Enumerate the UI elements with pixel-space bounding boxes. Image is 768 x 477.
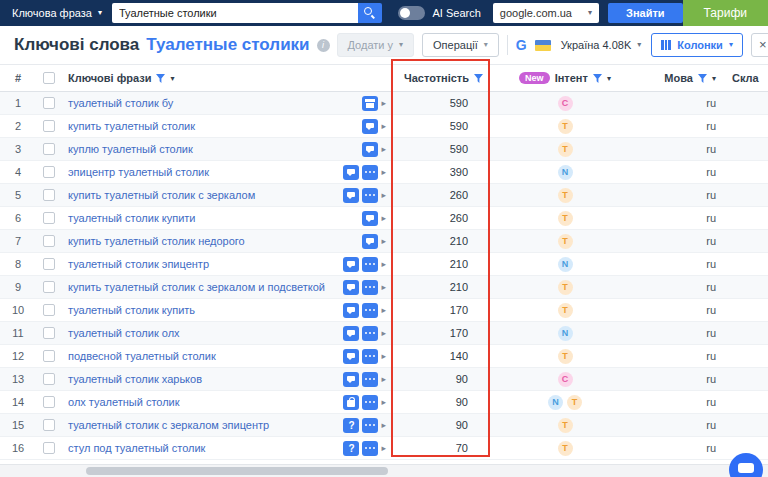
chevron-right-icon[interactable]: ▸ — [381, 420, 386, 430]
table-row[interactable]: 9 купить туалетный столик с зеркалом и п… — [0, 276, 768, 299]
chevron-right-icon[interactable]: ▸ — [381, 443, 386, 453]
chat-icon[interactable] — [362, 142, 378, 157]
table-row[interactable]: 1 туалетный столик бу ▸ 590 C ru — [0, 92, 768, 115]
chat-icon[interactable] — [343, 165, 359, 180]
more-icon[interactable] — [362, 418, 378, 433]
header-phrases[interactable]: Ключові фрази ▾ — [62, 72, 330, 84]
chat-icon[interactable] — [343, 372, 359, 387]
table-row[interactable]: 10 туалетный столик купить ▸ 170 T ru — [0, 299, 768, 322]
chat-icon[interactable] — [343, 188, 359, 203]
chat-icon[interactable] — [362, 234, 378, 249]
chevron-right-icon[interactable]: ▸ — [381, 282, 386, 292]
columns-button[interactable]: Колонки ▾ — [651, 33, 743, 57]
chevron-right-icon[interactable]: ▸ — [381, 305, 386, 315]
row-checkbox[interactable] — [43, 350, 55, 362]
keyword-link[interactable]: купить туалетный столик с зеркалом и под… — [68, 281, 325, 293]
row-checkbox[interactable] — [43, 143, 55, 155]
add-to-button[interactable]: Додати у ▾ — [337, 33, 415, 57]
keyword-link[interactable]: туалетный столик купити — [68, 212, 196, 224]
keyword-link[interactable]: купить туалетный столик с зеркалом — [68, 189, 255, 201]
chevron-down-icon[interactable]: ▾ — [170, 74, 174, 83]
chevron-right-icon[interactable]: ▸ — [381, 190, 386, 200]
table-row[interactable]: 4 эпицентр туалетный столик ▸ 390 N ru — [0, 161, 768, 184]
chevron-right-icon[interactable]: ▸ — [381, 328, 386, 338]
chevron-right-icon[interactable]: ▸ — [381, 121, 386, 131]
table-row[interactable]: 8 туалетный столик эпицентр ▸ 210 N ru — [0, 253, 768, 276]
filter-icon[interactable] — [593, 74, 602, 83]
keyword-link[interactable]: эпицентр туалетный столик — [68, 166, 209, 178]
more-icon[interactable] — [362, 303, 378, 318]
header-frequency[interactable]: Частотність ↓ — [392, 72, 490, 84]
search-engine-dropdown[interactable]: google.com.ua ▾ — [493, 3, 599, 23]
keyword-link[interactable]: туалетный столик харьков — [68, 373, 202, 385]
chevron-down-icon[interactable]: ▾ — [712, 74, 716, 83]
scrollbar-thumb[interactable] — [86, 467, 388, 475]
more-icon[interactable] — [362, 441, 378, 456]
more-icon[interactable] — [362, 349, 378, 364]
chevron-right-icon[interactable]: ▸ — [381, 213, 386, 223]
chevron-right-icon[interactable]: ▸ — [381, 236, 386, 246]
table-row[interactable]: 12 подвесной туалетный столик ▸ 140 T ru — [0, 345, 768, 368]
table-row[interactable]: 15 туалетный столик с зеркалом эпицентр … — [0, 414, 768, 437]
more-icon[interactable] — [362, 280, 378, 295]
chevron-right-icon[interactable]: ▸ — [381, 144, 386, 154]
header-language[interactable]: Мова ▾ — [640, 72, 726, 84]
store-icon[interactable] — [362, 96, 378, 111]
keyword-link[interactable]: куплю туалетный столик — [68, 143, 193, 155]
keyword-link[interactable]: туалетный столик эпицентр — [68, 258, 209, 270]
table-row[interactable]: 11 туалетный столик олх ▸ 170 N ru — [0, 322, 768, 345]
more-icon[interactable] — [362, 188, 378, 203]
table-row[interactable]: 5 купить туалетный столик с зеркалом ▸ 2… — [0, 184, 768, 207]
keyword-link[interactable]: туалетный столик с зеркалом эпицентр — [68, 419, 269, 431]
table-row[interactable]: 13 туалетный столик харьков ▸ 90 C ru — [0, 368, 768, 391]
chevron-right-icon[interactable]: ▸ — [381, 167, 386, 177]
chat-icon[interactable] — [343, 280, 359, 295]
keyword-link[interactable]: туалетный столик бу — [68, 97, 173, 109]
keyword-link[interactable]: туалетный столик олх — [68, 327, 180, 339]
more-icon[interactable] — [362, 372, 378, 387]
row-checkbox[interactable] — [43, 97, 55, 109]
header-difficulty[interactable]: Скла — [726, 72, 768, 84]
close-button[interactable]: × — [751, 33, 768, 57]
row-checkbox[interactable] — [43, 396, 55, 408]
more-icon[interactable] — [362, 326, 378, 341]
region-dropdown[interactable]: Україна 4.08K ▾ — [559, 33, 644, 57]
table-row[interactable]: 7 купить туалетный столик недорого ▸ 210… — [0, 230, 768, 253]
phrase-type-dropdown[interactable]: Ключова фраза ▾ — [8, 0, 112, 26]
row-checkbox[interactable] — [43, 212, 55, 224]
row-checkbox[interactable] — [43, 373, 55, 385]
keyword-link[interactable]: купить туалетный столик недорого — [68, 235, 245, 247]
row-checkbox[interactable] — [43, 419, 55, 431]
chevron-right-icon[interactable]: ▸ — [381, 259, 386, 269]
filter-icon[interactable] — [474, 74, 483, 83]
row-checkbox[interactable] — [43, 166, 55, 178]
chevron-right-icon[interactable]: ▸ — [381, 351, 386, 361]
table-row[interactable]: 14 олх туалетный столик ▸ 90 NT ru — [0, 391, 768, 414]
select-all-checkbox[interactable] — [43, 72, 55, 84]
operations-button[interactable]: Операції ▾ — [422, 33, 499, 57]
header-intent[interactable]: New Інтент ▾ — [490, 72, 640, 84]
table-row[interactable]: 3 куплю туалетный столик ▸ 590 T ru — [0, 138, 768, 161]
keyword-link[interactable]: купить туалетный столик — [68, 120, 195, 132]
row-checkbox[interactable] — [43, 304, 55, 316]
more-icon[interactable] — [362, 257, 378, 272]
row-checkbox[interactable] — [43, 189, 55, 201]
chat-icon[interactable] — [362, 211, 378, 226]
search-input[interactable] — [112, 3, 358, 23]
ai-search-toggle[interactable] — [398, 6, 425, 20]
chat-icon[interactable] — [343, 303, 359, 318]
row-checkbox[interactable] — [43, 327, 55, 339]
more-icon[interactable] — [362, 165, 378, 180]
more-icon[interactable] — [362, 395, 378, 410]
row-checkbox[interactable] — [43, 442, 55, 454]
pricing-button[interactable]: Тарифи — [683, 0, 768, 26]
question-icon[interactable] — [343, 441, 359, 456]
row-checkbox[interactable] — [43, 258, 55, 270]
row-checkbox[interactable] — [43, 281, 55, 293]
filter-icon[interactable] — [156, 74, 165, 83]
bag-icon[interactable] — [343, 395, 359, 410]
chat-icon[interactable] — [343, 349, 359, 364]
chat-icon[interactable] — [343, 326, 359, 341]
chevron-right-icon[interactable]: ▸ — [381, 374, 386, 384]
row-checkbox[interactable] — [43, 120, 55, 132]
